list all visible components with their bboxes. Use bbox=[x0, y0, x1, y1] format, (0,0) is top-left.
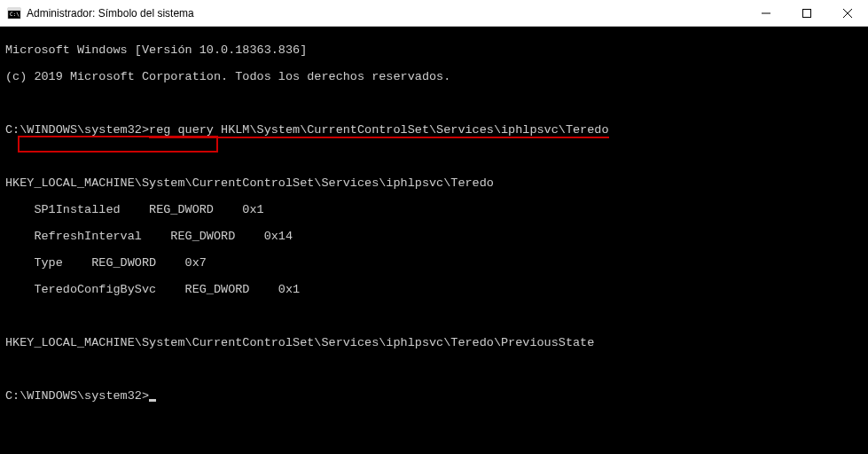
svg-text:C:\: C:\ bbox=[10, 11, 20, 17]
cmd-icon: C:\ bbox=[7, 6, 21, 20]
prompt-line-1: C:\WINDOWS\system32>reg query HKLM\Syste… bbox=[5, 123, 863, 137]
close-button[interactable] bbox=[827, 0, 868, 26]
prompt-path: C:\WINDOWS\system32> bbox=[5, 389, 149, 403]
typed-command: reg query HKLM\System\CurrentControlSet\… bbox=[149, 123, 608, 138]
reg-value-row: SP1Installed REG_DWORD 0x1 bbox=[5, 203, 863, 216]
svg-rect-4 bbox=[803, 9, 811, 17]
result-key-path: HKEY_LOCAL_MACHINE\System\CurrentControl… bbox=[5, 176, 863, 190]
reg-value-row-highlighted: Type REG_DWORD 0x7 bbox=[5, 256, 863, 270]
banner-version: Microsoft Windows [Versión 10.0.18363.83… bbox=[5, 43, 863, 57]
window: C:\ Administrador: Símbolo del sistema M… bbox=[0, 0, 868, 454]
result-subkey-path: HKEY_LOCAL_MACHINE\System\CurrentControl… bbox=[5, 336, 863, 349]
blank-line bbox=[5, 97, 863, 110]
reg-value-row: RefreshInterval REG_DWORD 0x14 bbox=[5, 230, 863, 243]
window-controls bbox=[746, 0, 868, 26]
blank-line bbox=[5, 150, 863, 163]
banner-copyright: (c) 2019 Microsoft Corporation. Todos lo… bbox=[5, 70, 863, 83]
window-title: Administrador: Símbolo del sistema bbox=[27, 7, 746, 20]
cursor-icon bbox=[149, 399, 156, 402]
blank-line bbox=[5, 363, 863, 376]
minimize-button[interactable] bbox=[746, 0, 786, 26]
maximize-button[interactable] bbox=[786, 0, 827, 26]
terminal[interactable]: Microsoft Windows [Versión 10.0.18363.83… bbox=[0, 27, 868, 454]
titlebar: C:\ Administrador: Símbolo del sistema bbox=[0, 0, 868, 27]
prompt-line-2: C:\WINDOWS\system32> bbox=[5, 389, 863, 403]
reg-value-row: TeredoConfigBySvc REG_DWORD 0x1 bbox=[5, 283, 863, 296]
blank-line bbox=[5, 309, 863, 323]
prompt-path: C:\WINDOWS\system32> bbox=[5, 123, 149, 137]
